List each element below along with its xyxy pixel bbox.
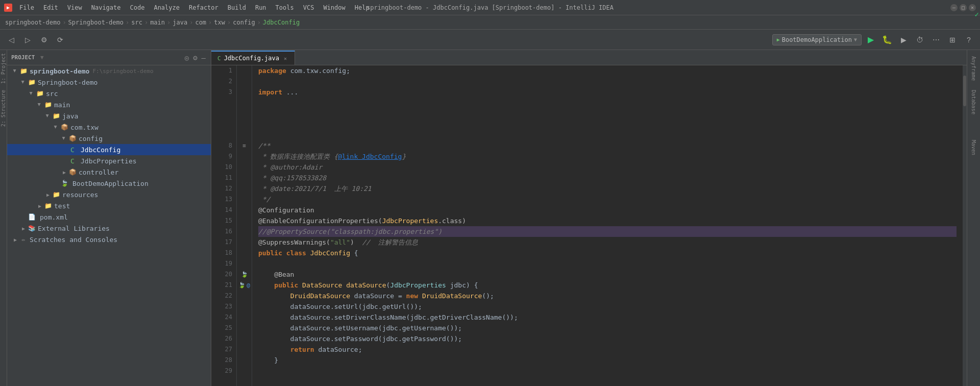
navigate-back-button[interactable]: ◁ xyxy=(4,33,18,47)
editor-area: C JdbcConfig.java ✕ 1 2 3 8 9 10 11 12 xyxy=(211,50,967,386)
bean-icon-20[interactable]: 🍃 xyxy=(241,271,248,278)
tree-item-jdbcproperties[interactable]: C JdbcProperties xyxy=(7,155,211,166)
tree-arrow-external-libs: ▶ xyxy=(19,224,28,232)
gutter-12 xyxy=(237,183,252,194)
menu-window[interactable]: Window xyxy=(319,3,349,12)
sidebar-actions: ◎ ⚙ — xyxy=(184,53,207,63)
tree-item-com-txw[interactable]: ▶ 📦 com.txw xyxy=(7,122,211,133)
breadcrumb-txw[interactable]: txw xyxy=(214,19,225,26)
tree-label-jdbcproperties: JdbcProperties xyxy=(81,157,137,165)
right-tab-anyframe[interactable]: Anyframe xyxy=(969,52,978,85)
gutter-15 xyxy=(237,215,252,226)
settings-button[interactable]: ⚙ xyxy=(37,33,51,47)
line-num-27: 27 xyxy=(215,344,232,355)
line-num-14: 14 xyxy=(215,205,232,215)
tab-jdbcconfig[interactable]: C JdbcConfig.java ✕ xyxy=(211,51,295,65)
menu-analyze[interactable]: Analyze xyxy=(150,3,184,12)
maximize-button[interactable]: □ xyxy=(960,4,967,11)
tree-item-test[interactable]: ▶ 📁 test xyxy=(7,200,211,211)
project-dropdown-icon[interactable]: ▼ xyxy=(40,54,44,61)
debug-button[interactable]: 🐛 xyxy=(880,33,894,47)
breadcrumb-jdbcconfig[interactable]: JdbcConfig xyxy=(263,19,300,26)
gutter-20: 🍃 xyxy=(237,269,252,280)
line-num-29: 29 xyxy=(215,366,232,376)
tree-item-scratches[interactable]: ▶ ✏ Scratches and Consoles xyxy=(7,234,211,245)
tree-item-java[interactable]: ▶ 📁 java xyxy=(7,110,211,122)
at-icon-21[interactable]: @ xyxy=(247,282,250,288)
menu-run[interactable]: Run xyxy=(251,3,271,12)
code-line-25: dataSource.setUsername(jdbc.getUsername(… xyxy=(258,323,957,333)
fold-icon-8[interactable]: ≡ xyxy=(242,142,246,149)
more-run-options[interactable]: ⋯ xyxy=(929,33,943,47)
right-tab-maven[interactable]: Maven xyxy=(969,136,978,159)
bean-icon-21[interactable]: 🍃 xyxy=(238,282,246,288)
coverage-button[interactable]: ▶ xyxy=(896,33,911,47)
run-config-dropdown[interactable]: ▶ BootDemoApplication ▼ xyxy=(772,34,862,45)
code-line-21: public DataSource dataSource ( JdbcPrope… xyxy=(258,280,957,291)
gutter-8: ≡ xyxy=(237,140,252,151)
menu-vcs[interactable]: VCS xyxy=(299,3,318,12)
tree-item-main[interactable]: ▶ 📁 main xyxy=(7,99,211,110)
tree-arrow-java: ▶ xyxy=(44,112,52,120)
breadcrumb-main[interactable]: main xyxy=(150,19,165,26)
tree-item-jdbcconfig[interactable]: C JdbcConfig xyxy=(7,144,211,155)
tree-item-pom[interactable]: 📄 pom.xml xyxy=(7,211,211,223)
pom-icon: 📄 xyxy=(28,213,36,221)
tab-close-jdbcconfig[interactable]: ✕ xyxy=(282,55,288,62)
line-num-5 xyxy=(215,108,232,119)
tree-item-config[interactable]: ▶ 📦 config xyxy=(7,133,211,144)
tree-item-controller[interactable]: ▶ 📦 controller xyxy=(7,166,211,178)
sidebar-minimize-button[interactable]: — xyxy=(201,53,207,63)
tree-item-external-libs[interactable]: ▶ 📚 External Libraries xyxy=(7,223,211,234)
breadcrumb-springboot-demo2[interactable]: Springboot-demo xyxy=(68,19,124,26)
tree-item-springboot-demo2[interactable]: ▶ 📁 Springboot-demo xyxy=(7,77,211,88)
line-num-9: 9 xyxy=(215,151,232,162)
sidebar-gear-button[interactable]: ⚙ xyxy=(192,53,198,63)
help-button[interactable]: ? xyxy=(962,33,976,47)
tree-path-springboot-demo: F:\springboot-demo xyxy=(92,68,153,75)
sync-button[interactable]: ⟳ xyxy=(53,33,67,47)
structure-tab-vertical[interactable]: 2: Structure xyxy=(0,87,7,130)
tree-item-resources[interactable]: ▶ 📁 resources xyxy=(7,189,211,200)
menu-navigate[interactable]: Navigate xyxy=(87,3,125,12)
navigate-forward-button[interactable]: ▷ xyxy=(20,33,35,47)
tree-item-springboot-demo[interactable]: ▶ 📁 springboot-demo F:\springboot-demo xyxy=(7,65,211,77)
breadcrumb-config[interactable]: config xyxy=(233,19,255,26)
run-button[interactable]: ▶ xyxy=(864,33,878,47)
tree-item-bootdemo[interactable]: 🍃 BootDemoApplication xyxy=(7,178,211,189)
menu-file[interactable]: File xyxy=(15,3,38,12)
tree-arrow-src: ▶ xyxy=(28,89,36,98)
tree-item-src[interactable]: ▶ 📁 src xyxy=(7,88,211,99)
breadcrumb-src[interactable]: src xyxy=(131,19,142,26)
folder-icon-main: 📁 xyxy=(44,101,52,109)
tab-jdbcconfig-icon: C xyxy=(217,55,221,62)
window-controls: — □ ✕ xyxy=(950,4,976,11)
right-tab-database[interactable]: Database xyxy=(969,86,978,118)
search-everywhere-button[interactable]: ⊞ xyxy=(945,33,960,47)
breadcrumb-springboot-demo[interactable]: springboot-demo xyxy=(5,19,60,26)
menu-refactor[interactable]: Refactor xyxy=(185,3,223,12)
sidebar-locate-button[interactable]: ◎ xyxy=(184,53,190,63)
code-line-24: dataSource.setDriverClassName(jdbc.getDr… xyxy=(258,312,957,323)
menu-build[interactable]: Build xyxy=(224,3,250,12)
menu-view[interactable]: View xyxy=(63,3,86,12)
profile-button[interactable]: ⏱ xyxy=(913,33,927,47)
breadcrumb-java[interactable]: java xyxy=(173,19,187,26)
breadcrumb: springboot-demo › Springboot-demo › src … xyxy=(0,15,980,30)
gutter-7 xyxy=(237,130,252,140)
code-content[interactable]: package com.txw.config; import ... xyxy=(252,65,963,386)
gutter-5 xyxy=(237,108,252,119)
package-icon-controller: 📦 xyxy=(68,168,77,176)
menu-edit[interactable]: Edit xyxy=(39,3,62,12)
code-line-1: package com.txw.config; xyxy=(258,65,957,76)
breadcrumb-com[interactable]: com xyxy=(195,19,206,26)
code-line-8: /** xyxy=(258,140,957,151)
scrollbar-thumb[interactable] xyxy=(963,76,966,106)
vertical-scrollbar[interactable] xyxy=(963,65,967,386)
minimize-button[interactable]: — xyxy=(950,4,958,11)
menu-code[interactable]: Code xyxy=(126,3,149,12)
tree-arrow-main: ▶ xyxy=(36,101,44,109)
project-tab-vertical[interactable]: 1: Project xyxy=(0,50,7,87)
line-num-11: 11 xyxy=(215,173,232,183)
menu-tools[interactable]: Tools xyxy=(272,3,298,12)
